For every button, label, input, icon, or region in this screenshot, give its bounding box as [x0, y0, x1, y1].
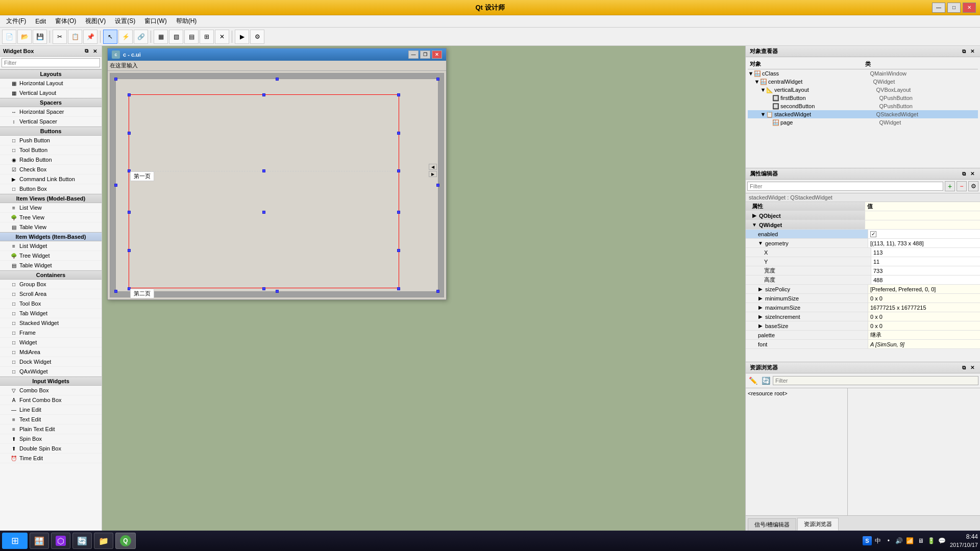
widget-combo-box[interactable]: ▽ Combo Box — [0, 386, 102, 395]
toolbar-cut[interactable]: ✂ — [53, 30, 67, 44]
widget-stacked-widget[interactable]: □ Stacked Widget — [0, 318, 102, 328]
designer-close[interactable]: ✕ — [432, 51, 442, 59]
widget-group-box[interactable]: □ Group Box — [0, 280, 102, 289]
category-spacers[interactable]: Spacers — [0, 98, 102, 107]
category-buttons[interactable]: Buttons — [0, 127, 102, 136]
widget-font-combo-box[interactable]: A Font Combo Box — [0, 395, 102, 405]
widget-frame[interactable]: □ Frame — [0, 328, 102, 338]
widget-mdi-area[interactable]: □ MdiArea — [0, 347, 102, 357]
widget-scroll-area[interactable]: □ Scroll Area — [0, 289, 102, 299]
property-add-btn[interactable]: + — [945, 181, 955, 191]
designer-restore[interactable]: ❐ — [420, 51, 430, 59]
taskbar-msg-icon[interactable]: 💬 — [938, 536, 947, 545]
resource-browser-close[interactable]: ✕ — [969, 364, 976, 371]
property-editor-close[interactable]: ✕ — [969, 170, 976, 178]
taskbar-bullet-icon[interactable]: • — [884, 536, 893, 545]
prop-x[interactable]: X 113 — [746, 248, 980, 257]
toolbar-new[interactable]: 📄 — [2, 30, 16, 44]
taskbar-qt[interactable]: Q — [115, 533, 136, 549]
taskbar-explorer[interactable]: 🪟 — [30, 533, 49, 549]
taskbar-network-icon[interactable]: 📶 — [905, 536, 915, 545]
start-button[interactable]: ⊞ — [2, 533, 28, 549]
widget-vertical-spacer[interactable]: ↕ Vertical Spacer — [0, 117, 102, 127]
property-editor-float[interactable]: ⧉ — [960, 170, 967, 178]
widget-push-button[interactable]: □ Push Button — [0, 136, 102, 145]
prop-maximum-size[interactable]: ▶ maximumSize 16777215 x 16777215 — [746, 303, 980, 312]
resource-filter-input[interactable] — [773, 376, 978, 385]
property-filter-input[interactable] — [747, 182, 943, 191]
widget-tool-box[interactable]: □ Tool Box — [0, 299, 102, 309]
property-remove-btn[interactable]: − — [957, 181, 967, 191]
prop-size-increment[interactable]: ▶ sizeIncrement 0 x 0 — [746, 312, 980, 321]
taskbar-volume-icon[interactable]: 🔊 — [895, 536, 904, 545]
tab-resource-browser[interactable]: 资源浏览器 — [797, 518, 839, 531]
category-containers[interactable]: Containers — [0, 270, 102, 280]
toolbar-formlayout[interactable]: ▤ — [184, 30, 199, 44]
toolbar-vlayout[interactable]: ▧ — [169, 30, 183, 44]
widget-box-float[interactable]: ⧉ — [83, 47, 90, 55]
prop-minimum-size[interactable]: ▶ minimumSize 0 x 0 — [746, 294, 980, 303]
taskbar-battery-icon[interactable]: 🔋 — [927, 536, 936, 545]
toolbar-hlayout[interactable]: ▦ — [154, 30, 168, 44]
prop-palette[interactable]: palette 继承 — [746, 331, 980, 340]
taskbar-files[interactable]: 📁 — [94, 533, 113, 549]
toolbar-paste[interactable]: 📌 — [83, 30, 97, 44]
menu-settings[interactable]: 设置(S) — [111, 16, 139, 27]
widget-table-view[interactable]: ▤ Table View — [0, 222, 102, 232]
widget-spin-box[interactable]: ⬆ Spin Box — [0, 434, 102, 444]
prop-width[interactable]: 宽度 733 — [746, 266, 980, 276]
prop-base-size[interactable]: ▶ baseSize 0 x 0 — [746, 321, 980, 331]
tree-item-second-button[interactable]: 🔲 secondButton QPushButton — [748, 102, 978, 110]
toolbar-signal-slot[interactable]: ⚡ — [118, 30, 133, 44]
prop-geometry[interactable]: ▼ geometry [(113, 11), 733 x 488] — [746, 239, 980, 248]
taskbar-sougou-icon[interactable]: S — [863, 536, 872, 545]
tree-item-first-button[interactable]: 🔲 firstButton QPushButton — [748, 94, 978, 102]
close-button[interactable]: ✕ — [963, 3, 976, 13]
next-page-button[interactable]: ▶ — [429, 171, 437, 177]
toolbar-open[interactable]: 📂 — [17, 30, 32, 44]
resource-edit-btn[interactable]: ✏️ — [747, 375, 758, 386]
widget-dock-widget[interactable]: □ Dock Widget — [0, 357, 102, 367]
widget-tool-button[interactable]: □ Tool Button — [0, 145, 102, 155]
toolbar-widget-edit[interactable]: ↖ — [103, 30, 117, 44]
toolbar-config[interactable]: ⚙ — [250, 30, 264, 44]
widget-double-spin-box[interactable]: ⬆ Double Spin Box — [0, 444, 102, 454]
toolbar-preview[interactable]: ▶ — [235, 30, 249, 44]
prop-enabled[interactable]: enabled — [746, 230, 980, 239]
widget-text-edit[interactable]: ≡ Text Edit — [0, 415, 102, 424]
widget-tree-view[interactable]: 🌳 Tree View — [0, 213, 102, 222]
widget-plain-text-edit[interactable]: ≡ Plain Text Edit — [0, 424, 102, 434]
tree-item-page[interactable]: 🪟 page QWidget — [748, 118, 978, 127]
category-item-widgets[interactable]: Item Widgets (Item-Based) — [0, 232, 102, 241]
widget-tab-widget[interactable]: □ Tab Widget — [0, 309, 102, 318]
widget-list-widget[interactable]: ≡ List Widget — [0, 241, 102, 251]
designer-minimize[interactable]: — — [408, 51, 419, 59]
widget-button-box[interactable]: □ Button Box — [0, 184, 102, 194]
widget-table-widget[interactable]: ▤ Table Widget — [0, 261, 102, 270]
tree-item-stacked-widget[interactable]: ▼ 📋 stackedWidget QStackedWidget — [748, 110, 978, 118]
widget-horizontal-spacer[interactable]: ↔ Horizontal Spacer — [0, 107, 102, 117]
object-inspector-close[interactable]: ✕ — [969, 48, 976, 55]
widget-box-close[interactable]: ✕ — [91, 47, 99, 55]
toolbar-break-layout[interactable]: ✕ — [215, 30, 229, 44]
category-item-views[interactable]: Item Views (Model-Based) — [0, 194, 102, 203]
widget-line-edit[interactable]: — Line Edit — [0, 405, 102, 415]
prop-qobject[interactable]: ▶ QObject — [746, 211, 980, 220]
widget-check-box[interactable]: ☑ Check Box — [0, 165, 102, 174]
toolbar-save[interactable]: 💾 — [33, 30, 47, 44]
widget-qax-widget[interactable]: □ QAxWidget — [0, 367, 102, 377]
taskbar-refresh[interactable]: 🔄 — [72, 533, 92, 549]
taskbar-clock[interactable]: 8:44 2017/10/17 — [950, 533, 978, 549]
tree-item-cclass[interactable]: ▼ 🪟 cClass QMainWindow — [748, 69, 978, 78]
taskbar-monitor-icon[interactable]: 🖥 — [916, 536, 925, 545]
widget-radio-button[interactable]: ◉ Radio Button — [0, 155, 102, 165]
widget-list-view[interactable]: ≡ List View — [0, 203, 102, 213]
taskbar-ime-icon[interactable]: 中 — [873, 536, 883, 545]
minimize-button[interactable]: — — [932, 3, 945, 13]
prop-y[interactable]: Y 11 — [746, 257, 980, 266]
stacked-widget-container[interactable]: 第一页 第二页 — [129, 94, 399, 288]
widget-widget[interactable]: □ Widget — [0, 338, 102, 347]
menu-view[interactable]: 视图(V) — [81, 16, 110, 27]
menu-help[interactable]: 帮助(H) — [172, 16, 201, 27]
tab-signal-slot[interactable]: 信号/槽编辑器 — [748, 518, 796, 531]
